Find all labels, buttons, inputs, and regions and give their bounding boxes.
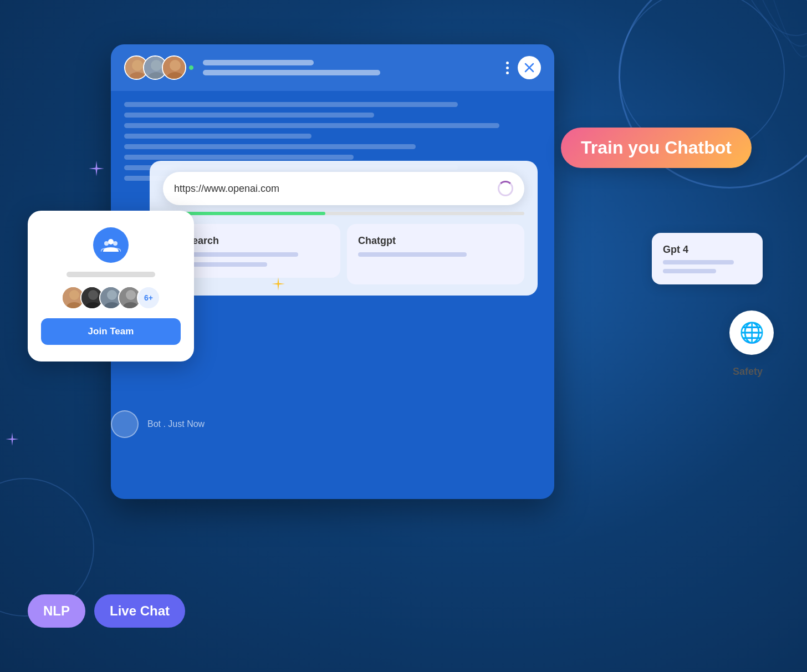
header-line-1 <box>203 60 314 65</box>
chatgpt-card[interactable]: Chatgpt <box>347 224 524 284</box>
chat-line-1 <box>124 102 458 107</box>
research-title: Research <box>174 235 329 247</box>
loading-spinner <box>498 181 513 196</box>
gpt4-line-2 <box>663 269 716 273</box>
chat-line-2 <box>124 113 374 118</box>
globe-card[interactable]: 🌐 <box>729 310 774 355</box>
chat-line-6 <box>124 155 354 160</box>
more-options-icon[interactable] <box>506 62 509 74</box>
svg-point-9 <box>108 239 114 245</box>
url-text: https://www.openai.com <box>174 183 279 195</box>
chatgpt-title: Chatgpt <box>358 235 513 247</box>
tags-area: NLP Live Chat <box>28 594 185 628</box>
header-line-2 <box>203 70 380 75</box>
progress-bar-container <box>163 212 524 215</box>
svg-point-4 <box>151 60 162 71</box>
svg-point-11 <box>113 241 118 246</box>
sparkle-yellow <box>272 277 285 293</box>
page-background: Train you Chatbot https://www.openai.com… <box>0 0 807 672</box>
header-text <box>203 60 497 75</box>
svg-point-22 <box>126 290 136 300</box>
globe-icon: 🌐 <box>739 321 764 344</box>
gpt4-line-1 <box>663 260 734 264</box>
gpt4-card[interactable]: Gpt 4 <box>652 233 763 284</box>
tag-livechat[interactable]: Live Chat <box>94 594 185 628</box>
chatgpt-line-1 <box>358 252 467 257</box>
train-chatbot-badge[interactable]: Train you Chatbot <box>561 128 752 168</box>
team-icon-circle <box>93 227 129 263</box>
online-indicator <box>188 65 194 70</box>
svg-point-7 <box>170 60 181 71</box>
team-card: 6+ Join Team <box>28 211 194 362</box>
safety-label: Safety <box>733 366 763 378</box>
team-name-line <box>67 272 155 277</box>
avatar-stack <box>124 55 194 80</box>
svg-point-16 <box>88 290 98 300</box>
tag-nlp[interactable]: NLP <box>28 594 85 628</box>
svg-point-1 <box>132 60 143 71</box>
bot-timestamp: Bot . Just Now <box>147 419 205 429</box>
svg-point-19 <box>107 290 117 300</box>
team-members: 6+ <box>62 286 160 309</box>
header-actions <box>506 56 541 79</box>
svg-point-13 <box>69 290 79 300</box>
train-chatbot-label: Train you Chatbot <box>581 138 732 157</box>
url-bar[interactable]: https://www.openai.com <box>163 172 524 205</box>
bot-avatar <box>111 410 139 438</box>
team-count: 6+ <box>137 286 160 309</box>
sparkle-purple-2 <box>6 432 19 448</box>
join-team-button[interactable]: Join Team <box>41 318 181 345</box>
chat-line-3 <box>124 123 499 128</box>
chat-header <box>111 44 554 91</box>
sparkle-purple <box>89 161 104 179</box>
gpt4-title: Gpt 4 <box>663 244 752 256</box>
svg-point-10 <box>104 241 109 246</box>
chat-line-4 <box>124 134 311 139</box>
close-button[interactable] <box>518 56 541 79</box>
chat-line-5 <box>124 144 416 149</box>
inner-content-panel: https://www.openai.com Research Chatgpt <box>150 161 538 296</box>
cards-row: Research Chatgpt <box>163 224 524 284</box>
bot-message-area: Bot . Just Now <box>111 410 205 438</box>
avatar-3 <box>162 55 186 80</box>
